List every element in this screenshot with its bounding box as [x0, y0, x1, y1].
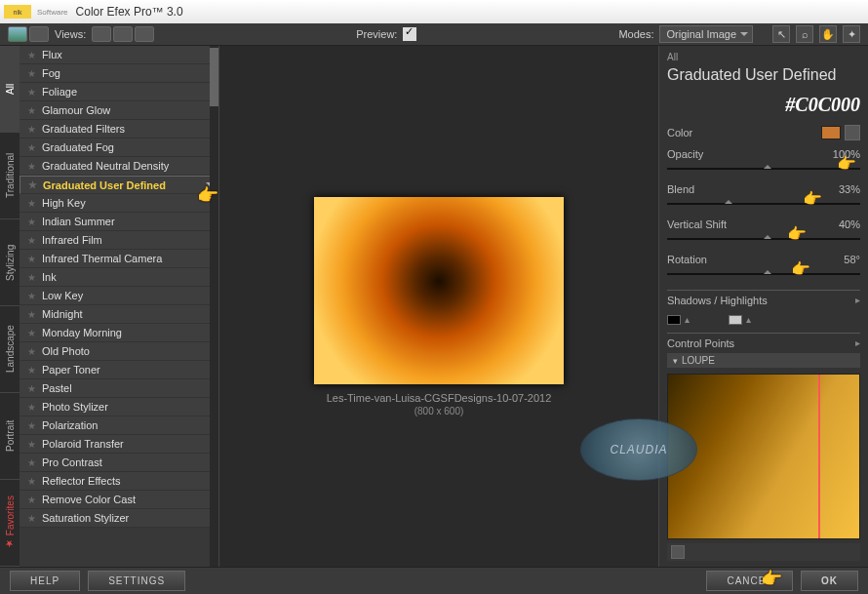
filter-item[interactable]: ★Ink [20, 268, 218, 287]
param-slider[interactable]: 👉 [667, 233, 860, 245]
filter-item[interactable]: ★Fog [20, 64, 218, 83]
star-icon[interactable]: ★ [27, 328, 36, 338]
mode-select[interactable]: Original Image [659, 25, 753, 43]
star-icon[interactable]: ★ [27, 235, 36, 246]
filter-item[interactable]: ★Glamour Glow [20, 101, 218, 120]
arrow-tool-icon[interactable]: ↖ [772, 25, 790, 43]
star-icon[interactable]: ★ [27, 50, 36, 60]
filter-item[interactable]: ★Reflector Effects [20, 472, 218, 491]
category-tab-favorites[interactable]: ★ Favorites [0, 480, 20, 567]
filter-item[interactable]: ★Midnight [20, 305, 218, 324]
highlight-swatch[interactable] [729, 315, 742, 325]
settings-button[interactable]: SETTINGS [88, 571, 185, 591]
light-tool-icon[interactable]: ✦ [843, 25, 860, 43]
app-title: Color Efex Pro™ 3.0 [76, 5, 183, 19]
category-tab-stylizing[interactable]: Stylizing [0, 219, 20, 306]
category-tabs: AllTraditionalStylizingLandscapePortrait… [0, 46, 20, 567]
filter-item[interactable]: ★Low Key [20, 287, 218, 305]
filter-item[interactable]: ★Pastel [20, 379, 218, 398]
filter-item[interactable]: ★Photo Stylizer [20, 398, 218, 416]
preview-filename: Les-Time-van-Luisa-CGSFDesigns-10-07-201… [327, 392, 552, 404]
layout-side-icon[interactable] [135, 26, 154, 42]
star-icon[interactable]: ★ [27, 346, 36, 357]
filter-item[interactable]: ★Foliage [20, 83, 218, 101]
filter-item[interactable]: ★Polaroid Transfer [20, 435, 218, 454]
color-swatch[interactable] [821, 126, 841, 139]
star-icon[interactable]: ★ [27, 457, 36, 468]
filter-item[interactable]: ★Paper Toner [20, 361, 218, 379]
filter-item[interactable]: ★Pro Contrast [20, 454, 218, 472]
star-icon[interactable]: ★ [27, 439, 36, 450]
filter-scrollbar[interactable] [210, 46, 218, 567]
filter-item[interactable]: ★Remove Color Cast [20, 491, 218, 509]
filter-item[interactable]: ★Saturation Stylizer [20, 509, 218, 528]
star-icon[interactable]: ★ [27, 420, 36, 431]
star-icon[interactable]: ★ [27, 254, 36, 264]
star-icon[interactable]: ★ [27, 402, 36, 413]
filter-item[interactable]: ★High Key [20, 194, 218, 213]
filter-item[interactable]: ★Graduated User Defined [20, 176, 218, 194]
star-icon[interactable]: ★ [27, 68, 36, 79]
star-icon[interactable]: ★ [27, 161, 36, 172]
filter-label: Graduated User Defined [43, 179, 166, 191]
filter-label: Infrared Film [42, 234, 102, 246]
filter-item[interactable]: ★Graduated Neutral Density [20, 157, 218, 176]
layout-single-icon[interactable] [92, 26, 111, 42]
view-thumb-icon[interactable] [8, 26, 27, 42]
star-icon[interactable]: ★ [27, 383, 36, 394]
star-icon[interactable]: ★ [27, 476, 36, 487]
star-icon[interactable]: ★ [27, 124, 36, 135]
param-value: 58° [844, 254, 860, 265]
param-slider[interactable]: 👉 [667, 268, 860, 280]
category-tab-all[interactable]: All [0, 46, 20, 133]
pan-tool-icon[interactable]: ✋ [819, 25, 837, 43]
category-tab-portrait[interactable]: Portrait [0, 393, 20, 480]
star-icon[interactable]: ★ [27, 272, 36, 283]
star-icon[interactable]: ★ [27, 105, 36, 116]
category-tab-traditional[interactable]: Traditional [0, 133, 20, 219]
ok-button[interactable]: OK [801, 571, 858, 591]
category-tab-landscape[interactable]: Landscape [0, 306, 20, 393]
star-icon[interactable]: ★ [27, 513, 36, 524]
modes-label: Modes: [618, 28, 653, 40]
param-slider[interactable]: 👉 [667, 198, 860, 210]
star-icon[interactable]: ★ [27, 217, 36, 227]
view-list-icon[interactable] [29, 26, 49, 42]
canvas-area: Les-Time-van-Luisa-CGSFDesigns-10-07-201… [218, 46, 659, 567]
loupe-preview [667, 374, 860, 539]
star-icon[interactable]: ★ [27, 291, 36, 301]
help-button[interactable]: HELP [10, 571, 80, 591]
star-icon[interactable]: ★ [28, 179, 37, 190]
layout-split-icon[interactable] [113, 26, 133, 42]
expand-icon[interactable]: ▸ [855, 337, 860, 349]
eyedropper-icon[interactable] [845, 125, 860, 140]
star-icon[interactable]: ★ [27, 309, 36, 320]
loupe-label: LOUPE [682, 355, 715, 366]
loupe-pin-icon[interactable] [671, 545, 685, 559]
filter-item[interactable]: ★Indian Summer [20, 213, 218, 231]
filter-label: Pro Contrast [42, 456, 102, 468]
panel-breadcrumb: All [667, 52, 860, 62]
filter-label: Indian Summer [42, 216, 115, 227]
filter-item[interactable]: ★Graduated Fog [20, 139, 218, 157]
filter-item[interactable]: ★Old Photo [20, 342, 218, 361]
star-icon[interactable]: ★ [27, 365, 36, 376]
star-icon[interactable]: ★ [27, 495, 36, 505]
views-label: Views: [55, 28, 86, 40]
zoom-tool-icon[interactable]: ⌕ [796, 25, 813, 43]
param-slider[interactable]: 👉 [667, 163, 860, 175]
titlebar: nik Software Color Efex Pro™ 3.0 [0, 0, 868, 23]
filter-item[interactable]: ★Flux [20, 46, 218, 64]
shadow-swatch[interactable] [667, 315, 681, 325]
filter-item[interactable]: ★Graduated Filters [20, 120, 218, 139]
cancel-button[interactable]: CANCEL [706, 571, 793, 591]
filter-item[interactable]: ★Infrared Thermal Camera [20, 250, 218, 268]
filter-item[interactable]: ★Infrared Film [20, 231, 218, 250]
star-icon[interactable]: ★ [27, 142, 36, 153]
filter-item[interactable]: ★Polarization [20, 416, 218, 435]
expand-icon[interactable]: ▸ [855, 295, 860, 306]
filter-item[interactable]: ★Monday Morning [20, 324, 218, 342]
star-icon[interactable]: ★ [27, 87, 36, 98]
preview-checkbox[interactable] [403, 27, 416, 41]
star-icon[interactable]: ★ [27, 198, 36, 209]
